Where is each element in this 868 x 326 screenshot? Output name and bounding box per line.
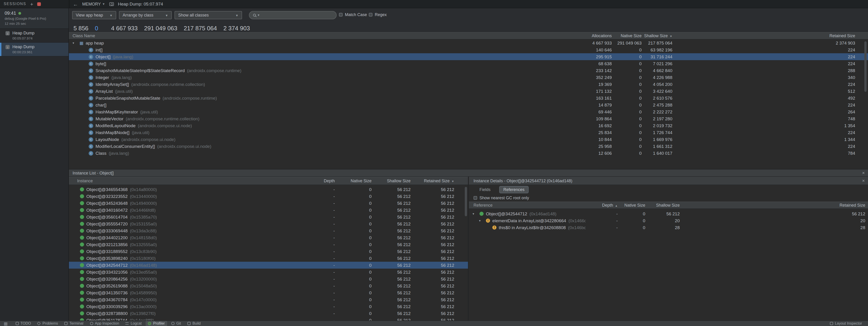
instance-row[interactable]: Object[]@355554720(0x153155a0)-056 21256… [69,220,468,227]
column-retained-size[interactable]: Retained Size [680,203,865,207]
column-retained-size[interactable]: Retained Size▼ [410,178,454,183]
column-shallow-size[interactable]: Shallow Size [645,203,680,207]
statusbar-item-layout-inspector[interactable]: Layout Inspector [828,321,864,326]
arrange-select[interactable]: Arrange by class▼ [119,11,172,19]
instance-icon [80,201,84,205]
depth-cell: - [303,290,335,295]
class-name-cell: cchar[] [69,102,552,107]
instance-row[interactable]: Object[]@340160472(0x14466fd8)-056 21256… [69,207,468,214]
class-row[interactable]: cModifiedLayoutNode(androidx.compose.ui.… [69,122,868,129]
instance-row[interactable]: Object[]@352619088(0x15048a50)-056 21256… [69,282,468,289]
class-row[interactable]: ▾▦app heap4 667 933291 049 063217 875 06… [69,39,868,46]
class-row[interactable]: cbyte[]68 63807 021 296224 [69,60,868,67]
instance-hex: (0x15385a70) [130,215,157,220]
chevron-expanded-icon[interactable]: ▾ [472,212,477,216]
instance-row[interactable]: Object[]@342544712(0x146ad148)-056 21256… [69,262,468,269]
search-box[interactable]: ▼ [249,11,337,19]
instance-row[interactable]: Object[]@320864256(0x13200000)-056 21256… [69,275,468,282]
instance-cell: Object[]@343670784(0x147c0000) [69,297,303,302]
heap-dump-icon: ↓ [5,31,10,35]
close-icon[interactable]: × [859,170,868,175]
statusbar-item-todo[interactable]: TODO [13,321,33,326]
live-session-icon [19,12,21,14]
column-instance[interactable]: Instance [69,178,303,183]
class-row[interactable]: cObject[](java.lang)295 915031 716 24422… [69,53,868,60]
reference-row[interactable]: fthis$0 in ArrayList$Itr@342608808(0x146… [469,224,868,231]
instance-list-scrollbar[interactable] [465,187,467,216]
session-card[interactable]: 09:41 debug (Google Pixel 6 Pro) 12 min … [0,8,68,29]
memory-dropdown[interactable]: MEMORY ▼ [82,2,105,6]
instance-row[interactable]: Object[]@344021200(0x148158d0)-056 21256… [69,234,468,241]
instance-row[interactable]: Object[]@321213856(0x132555a0)-056 21256… [69,241,468,248]
stop-session-icon[interactable] [37,2,41,6]
class-row[interactable]: cArrayList(java.util)171 13203 422 64051… [69,88,868,95]
class-name-cell: cIdentityArraySet[](androidx.compose.run… [69,82,552,87]
statusbar-item-logcat[interactable]: Logcat [123,321,144,326]
column-retained-size[interactable]: Retained Size [672,34,855,38]
tool-window-toggle-icon[interactable]: ▦ [4,321,7,326]
reference-row[interactable]: ▾Object[]@342544712(0x146ad148)-056 2125… [469,210,868,217]
statusbar-item-problems[interactable]: Problems [35,321,60,326]
tab-references[interactable]: References [499,186,529,193]
statusbar-item-build[interactable]: Build [185,321,203,326]
column-depth[interactable]: Depth▲ [586,203,618,207]
instance-row[interactable]: Object[]@343670784(0x147c0000)-056 21256… [69,296,468,303]
class-row[interactable]: cSnapshotMutableStateImpl$StateStateReco… [69,67,868,74]
column-native-size[interactable]: Native Size [612,34,642,38]
class-row[interactable]: cParcelableSnapshotMutableState(androidx… [69,95,868,101]
class-table-scrollbar[interactable] [864,41,867,92]
add-session-icon[interactable]: + [30,2,33,6]
column-reference[interactable]: Reference [469,203,586,207]
class-row[interactable]: cClass(java.lang)12 60601 640 017784 [69,150,868,157]
instance-row[interactable]: Object[]@346554368(0x14a80000)-056 21256… [69,186,468,193]
column-allocations[interactable]: Allocations [552,34,612,38]
regex-checkbox[interactable]: Regex [369,12,387,17]
gc-root-checkbox[interactable]: Show nearest GC root only [469,194,868,202]
search-input[interactable] [261,13,333,18]
retained-size-cell: 56 212 [410,207,454,213]
class-row[interactable]: cHashMap$KeyIterator(java.util)69 44602 … [69,108,868,115]
class-row[interactable]: cInteger(java.lang)352 24904 226 988340 [69,74,868,81]
instance-row[interactable]: Object[]@323223552(0x13440000)-056 21256… [69,193,468,200]
build-icon [187,322,191,325]
heap-select[interactable]: View app heap▼ [72,11,116,19]
column-shallow-size[interactable]: Shallow Size▼ [642,34,672,38]
chevron-expanded-icon[interactable]: ▾ [72,41,77,45]
class-row[interactable]: cModifierLocalConsumerEntity[](androidx.… [69,143,868,150]
column-native-size[interactable]: Native Size [618,203,645,207]
instance-row[interactable]: Object[]@356014704(0x15385a70)-056 21256… [69,214,468,220]
class-filter-select[interactable]: Show all classes▼ [175,11,242,19]
instance-row[interactable]: Object[]@333069448(0x13da3c88)-056 21256… [69,227,468,234]
class-row[interactable]: cHashMap$Node[](java.util)25 83401 726 7… [69,129,868,136]
session-item-heap-dump[interactable]: ↓Heap Dump00:00:23.961 [0,43,68,57]
instance-row[interactable]: Object[]@345243648(0x14940000)-056 21256… [69,200,468,207]
instance-cell: Object[]@333069448(0x13da3c88) [69,228,303,233]
class-row[interactable]: cchar[]14 87902 475 288224 [69,101,868,108]
retained-size-cell: 56 212 [410,235,454,240]
class-row[interactable]: cIdentityArraySet[](androidx.compose.run… [69,81,868,88]
class-row[interactable]: cint[]140 646063 982 196224 [69,46,868,53]
instance-row[interactable]: Object[]@330039296(0x13ac0000)-056 21256… [69,303,468,310]
class-row[interactable]: cMutableVector(androidx.compose.runtime.… [69,115,868,122]
statusbar-item-terminal[interactable]: Terminal [62,321,86,326]
statusbar-item-app-inspection[interactable]: App Inspection [88,321,122,326]
back-icon[interactable]: ← [73,1,78,7]
column-depth[interactable]: Depth [303,178,335,183]
session-item-heap-dump[interactable]: ↓Heap Dump00:05:07.974 [0,29,68,43]
instance-row[interactable]: Object[]@328738800(0x139827f0)-056 21256… [69,310,468,317]
close-icon[interactable]: × [859,178,868,183]
reference-row[interactable]: ▾felementData in ArrayList@342280664(0x1… [469,217,868,224]
instance-row[interactable]: Object[]@334321056(0x13ed55a0)-056 21256… [69,269,468,275]
instance-row[interactable]: Object[]@341350736(0x14589950)-056 21256… [69,289,468,296]
tab-fields[interactable]: Fields [475,186,495,193]
column-class-name[interactable]: Class Name [69,34,552,38]
class-row[interactable]: cLayoutNode(androidx.compose.ui.node)10 … [69,136,868,143]
chevron-expanded-icon[interactable]: ▾ [479,219,484,223]
instance-row[interactable]: Object[]@353898240(0x15180f00)-056 21256… [69,255,468,262]
column-shallow-size[interactable]: Shallow Size [372,178,410,183]
match-case-checkbox[interactable]: Match Case [339,12,367,17]
statusbar-item-git[interactable]: Git [169,321,183,326]
instance-row[interactable]: Object[]@331889552(0x13c83b90)-056 21256… [69,248,468,255]
column-native-size[interactable]: Native Size [335,178,372,183]
statusbar-item-profiler[interactable]: Profiler [146,321,167,326]
